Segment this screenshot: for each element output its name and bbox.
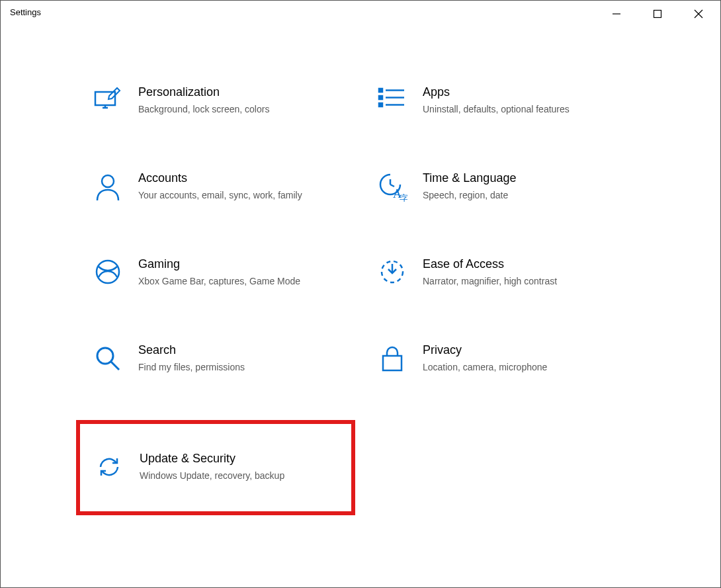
settings-window: Settings — [0, 0, 721, 588]
search-icon — [94, 345, 122, 372]
tile-update-security[interactable]: Update & Security Windows Update, recove… — [76, 420, 355, 515]
close-icon — [694, 9, 703, 19]
tile-accounts[interactable]: Accounts Your accounts, email, sync, wor… — [89, 166, 347, 206]
tile-personalization[interactable]: Personalization Background, lock screen,… — [89, 80, 347, 120]
svg-line-15 — [390, 185, 394, 187]
svg-text:字: 字 — [400, 194, 407, 202]
tile-sub: Speech, region, date — [423, 189, 620, 202]
content-scroll-area[interactable]: Personalization Background, lock screen,… — [1, 40, 720, 587]
svg-rect-1 — [654, 11, 661, 18]
tile-sub: Windows Update, recovery, backup — [140, 469, 339, 482]
tile-title: Search — [138, 342, 335, 358]
svg-point-13 — [102, 175, 114, 187]
personalization-icon — [93, 87, 122, 116]
tile-title: Accounts — [138, 170, 335, 186]
titlebar: Settings — [1, 1, 720, 24]
privacy-icon — [380, 345, 404, 372]
tile-search[interactable]: Search Find my files, permissions — [89, 338, 347, 378]
tile-sub: Background, lock screen, colors — [138, 103, 335, 116]
maximize-icon — [653, 9, 662, 19]
tile-sub: Your accounts, email, sync, work, family — [138, 189, 335, 202]
tile-title: Personalization — [138, 84, 335, 100]
apps-icon — [378, 87, 407, 110]
tile-title: Update & Security — [140, 450, 339, 466]
svg-rect-8 — [379, 96, 382, 99]
tile-time-language[interactable]: A 字 Time & Language Speech, region, date — [374, 166, 632, 206]
svg-rect-7 — [379, 89, 382, 92]
update-security-icon — [95, 453, 123, 481]
svg-rect-23 — [383, 356, 402, 370]
tile-sub: Uninstall, defaults, optional features — [423, 103, 620, 116]
minimize-button[interactable] — [596, 3, 637, 24]
tile-title: Time & Language — [423, 170, 620, 186]
tile-title: Privacy — [423, 342, 620, 358]
gaming-icon — [95, 259, 121, 285]
tile-title: Gaming — [138, 256, 335, 272]
window-title: Settings — [1, 1, 41, 17]
svg-rect-9 — [379, 103, 382, 106]
minimize-icon — [612, 9, 621, 19]
tile-title: Apps — [423, 84, 620, 100]
tile-sub: Location, camera, microphone — [423, 360, 620, 374]
tile-gaming[interactable]: Gaming Xbox Game Bar, captures, Game Mod… — [89, 252, 347, 292]
tile-privacy[interactable]: Privacy Location, camera, microphone — [374, 338, 632, 378]
tile-title: Ease of Access — [423, 256, 620, 272]
settings-grid: Personalization Background, lock screen,… — [89, 40, 632, 511]
window-controls — [596, 1, 720, 24]
svg-point-21 — [97, 348, 113, 364]
ease-of-access-icon — [379, 259, 405, 285]
tile-ease-of-access[interactable]: Ease of Access Narrator, magnifier, high… — [374, 252, 632, 292]
time-language-icon: A 字 — [377, 173, 407, 202]
maximize-button[interactable] — [637, 3, 678, 24]
tile-sub: Find my files, permissions — [138, 360, 335, 374]
accounts-icon — [95, 173, 121, 202]
tile-sub: Narrator, magnifier, high contrast — [423, 274, 620, 288]
tile-apps[interactable]: Apps Uninstall, defaults, optional featu… — [374, 80, 632, 120]
svg-line-22 — [111, 362, 119, 370]
tile-sub: Xbox Game Bar, captures, Game Mode — [138, 274, 335, 288]
close-button[interactable] — [678, 3, 719, 24]
